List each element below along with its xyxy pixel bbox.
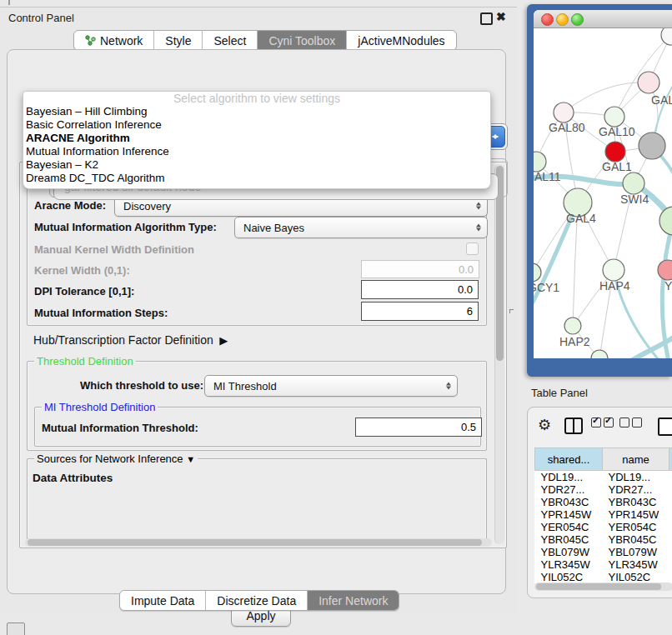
- table-row[interactable]: YDR27...YDR27...12: [535, 483, 672, 496]
- table-row[interactable]: YBL079WYBL079W: [535, 546, 672, 558]
- threshold-definition-title: Threshold Definition: [34, 355, 136, 368]
- table-horizontal-scrollbar[interactable]: [534, 582, 672, 591]
- network-edge[interactable]: [564, 82, 649, 112]
- mi-algorithm-type-combo[interactable]: Naive Bayes: [234, 217, 488, 238]
- mi-threshold-label: Mutual Information Threshold:: [42, 422, 198, 434]
- table-panel-title: Table Panel: [531, 387, 588, 399]
- network-node-gal80[interactable]: [554, 102, 574, 122]
- hub-definition-toggle[interactable]: Hub/Transcription Factor Definition ▶: [33, 333, 228, 347]
- network-node-hap4[interactable]: [603, 259, 624, 281]
- table-cell: 9.: [669, 558, 672, 571]
- network-node-gal10[interactable]: [604, 107, 624, 127]
- tab-network[interactable]: Network: [74, 31, 154, 50]
- network-node-gcy1[interactable]: [534, 263, 541, 282]
- network-node-gal[interactable]: [638, 72, 659, 93]
- settings-horizontal-scrollbar[interactable]: [25, 538, 492, 547]
- data-attributes-label: Data Attributes: [33, 472, 113, 484]
- table-cell: 13: [669, 471, 672, 484]
- network-window-titlebar[interactable]: [534, 10, 672, 28]
- table-cell: YPR145W: [603, 508, 669, 521]
- tab-infer-network[interactable]: Infer Network: [308, 591, 399, 610]
- node-label: GCY1: [534, 281, 559, 294]
- mi-algorithm-type-label: Mutual Information Algorithm Type:: [34, 221, 217, 233]
- split-column-icon[interactable]: [564, 418, 583, 434]
- mi-threshold-definition-group: MI Threshold Definition Mutual Informati…: [34, 407, 481, 447]
- table-cell: YDL19...: [535, 471, 603, 484]
- node-label: GAL10: [599, 125, 635, 138]
- tab-impute-data[interactable]: Impute Data: [120, 591, 206, 610]
- tab-jactivemnodules[interactable]: jActiveMNodules: [347, 31, 455, 50]
- algorithm-option[interactable]: Basic Correlation Inference: [23, 118, 490, 132]
- node-attribute-table[interactable]: shared...name YDL19...YDL19...13YDR27...…: [534, 448, 672, 583]
- table-row[interactable]: YER054CYER054C8.: [535, 521, 672, 533]
- node-label: SWI4: [620, 192, 649, 206]
- table-row[interactable]: YBR045CYBR045C9.: [535, 533, 672, 546]
- gear-icon[interactable]: ⚙: [538, 418, 551, 432]
- mi-steps-label: Mutual Information Steps:: [34, 307, 168, 319]
- network-node-swi4[interactable]: [623, 172, 644, 194]
- network-window: GALGAL80GAL10GAL1GAL11SWI4GAL4GCY1HAP4YH…: [534, 10, 672, 358]
- algorithm-option[interactable]: Bayesian – Hill Climbing: [23, 105, 490, 118]
- unchecked-checkbox-icon: [619, 418, 629, 428]
- float-panel-icon[interactable]: [480, 12, 493, 25]
- tab-cyni-toolbox[interactable]: Cyni Toolbox: [258, 31, 347, 50]
- dpi-tolerance-label: DPI Tolerance [0,1]:: [34, 285, 134, 298]
- tab-label: Impute Data: [131, 594, 194, 608]
- table-row[interactable]: YPR145WYPR145W9.: [535, 508, 672, 521]
- network-node-hap2[interactable]: [564, 318, 581, 334]
- network-node-gal11[interactable]: [534, 152, 546, 172]
- minimized-panel-icon[interactable]: [7, 622, 25, 635]
- deselect-all-columns-icon[interactable]: [619, 418, 642, 428]
- kernel-width-field[interactable]: 0.0: [361, 260, 479, 278]
- mi-threshold-field[interactable]: 0.5: [355, 418, 482, 437]
- network-node[interactable]: [591, 350, 608, 358]
- collapse-arrow-icon[interactable]: ▼: [186, 454, 195, 464]
- which-threshold-combo[interactable]: MI Threshold: [204, 375, 458, 397]
- algorithm-option[interactable]: Bayesian – K2: [23, 158, 490, 172]
- dpi-tolerance-field[interactable]: 0.0: [361, 280, 479, 299]
- tab-style[interactable]: Style: [154, 31, 203, 50]
- tab-select[interactable]: Select: [203, 31, 258, 50]
- document-icon[interactable]: [658, 418, 672, 436]
- close-panel-icon[interactable]: ✖: [496, 10, 506, 23]
- settings-hscrollbar-thumb[interactable]: [28, 539, 482, 546]
- network-node[interactable]: [661, 28, 672, 45]
- which-threshold-value: MI Threshold: [213, 380, 277, 392]
- column-header[interactable]: name: [603, 448, 669, 471]
- mi-steps-field[interactable]: 6: [361, 302, 479, 321]
- network-node[interactable]: [639, 132, 665, 159]
- algorithm-option[interactable]: Mutual Information Inference: [23, 145, 490, 158]
- combo-stepper-icon: [446, 382, 451, 390]
- algorithm-dropdown-list: Bayesian – Hill ClimbingBasic Correlatio…: [23, 105, 490, 185]
- tab-label: Network: [100, 34, 143, 48]
- settings-vertical-scrollbar[interactable]: [494, 164, 504, 544]
- close-window-icon[interactable]: [541, 13, 554, 26]
- tab-discretize-data[interactable]: Discretize Data: [206, 591, 308, 610]
- network-node-y[interactable]: [658, 260, 672, 280]
- table-row[interactable]: YIL052CYIL052C9: [535, 571, 672, 583]
- table-row[interactable]: YBR043CYBR043C: [535, 496, 672, 508]
- algorithm-option[interactable]: ARACNE Algorithm: [23, 132, 490, 145]
- table-cell: 8.: [669, 521, 672, 533]
- zoom-window-icon[interactable]: [571, 13, 584, 26]
- algorithm-option[interactable]: Dream8 DC_TDC Algorithm: [23, 172, 490, 185]
- table-hscrollbar-thumb[interactable]: [536, 583, 661, 590]
- expand-arrow-icon: ▶: [217, 334, 228, 347]
- network-node-gal1[interactable]: [605, 142, 625, 162]
- algorithm-dropdown-placeholder: Select algorithm to view settings: [23, 92, 490, 105]
- column-header[interactable]: shared...: [535, 448, 603, 471]
- tab-label: jActiveMNodules: [358, 34, 444, 48]
- sources-title: Sources for Network Inference ▼: [34, 452, 198, 466]
- table-row[interactable]: YDL19...YDL19...13: [535, 471, 672, 484]
- column-header[interactable]: [669, 448, 672, 471]
- network-canvas[interactable]: GALGAL80GAL10GAL1GAL11SWI4GAL4GCY1HAP4YH…: [534, 28, 672, 358]
- splitter-handle[interactable]: [509, 309, 514, 313]
- node-label: GAL11: [534, 170, 561, 183]
- network-node[interactable]: [659, 207, 672, 235]
- select-all-columns-icon[interactable]: [591, 418, 614, 428]
- table-cell: YPR145W: [535, 508, 603, 521]
- table-cell: 9: [669, 571, 672, 583]
- minimize-window-icon[interactable]: [556, 13, 569, 26]
- table-row[interactable]: YLR345WYLR345W9.: [535, 558, 672, 571]
- manual-kernel-width-checkbox[interactable]: [466, 242, 479, 255]
